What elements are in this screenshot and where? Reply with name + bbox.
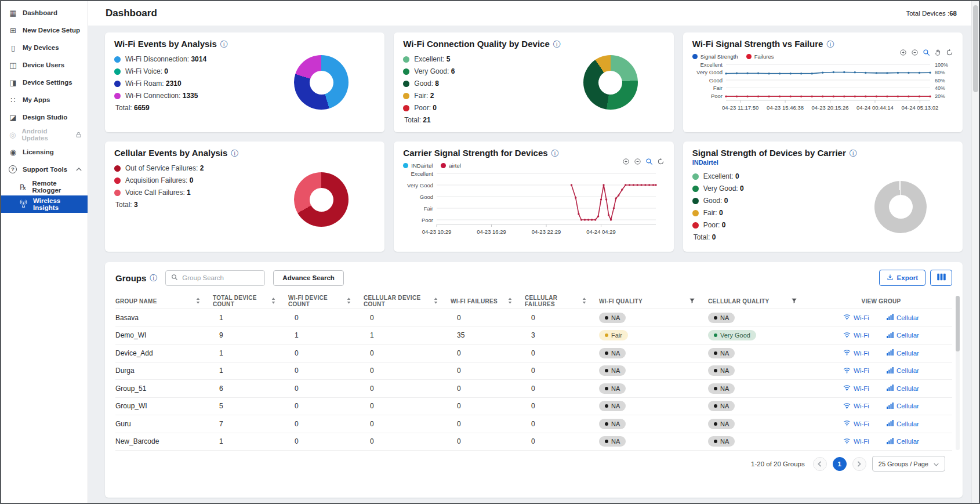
table-scrollbar-thumb[interactable] [956,296,960,351]
view-cellular-link[interactable]: Cellular [887,420,919,427]
view-cellular-link[interactable]: Cellular [887,385,919,392]
legend-item[interactable]: Out of Service Failures: 2 [114,164,204,172]
info-icon[interactable]: ⓘ [850,150,857,157]
legend-item[interactable]: Very Good: 0 [692,184,744,193]
window-scrollbar-thumb[interactable] [973,5,978,92]
series-legend-item[interactable]: airtel [441,162,461,169]
sort-icon[interactable] [347,298,351,305]
legend-item[interactable]: Good: 0 [692,197,744,205]
table-scrollbar[interactable] [956,296,960,450]
legend-item[interactable]: Poor: 0 [692,221,744,229]
column-header-cellular-device-count[interactable]: CELLULAR DEVICE COUNT [364,295,451,307]
view-cellular-link[interactable]: Cellular [887,314,919,321]
zoom-select-button[interactable] [645,158,653,165]
next-page-button[interactable] [852,457,866,471]
legend-dot [114,190,121,196]
view-cellular-link[interactable]: Cellular [887,403,919,410]
column-header-wi-fi-device-count[interactable]: WI-FI DEVICE COUNT [288,295,364,307]
legend-item[interactable]: Wi-Fi Connection: 1335 [114,92,206,100]
legend-item[interactable]: Excellent: 0 [692,172,744,180]
view-wifi-link[interactable]: Wi-Fi [843,314,869,321]
filter-icon[interactable] [791,298,797,305]
sidebar-item-licensing[interactable]: ◉Licensing [1,143,88,161]
export-button[interactable]: Export [879,270,925,286]
column-header-cellular-quality[interactable]: CELLULAR QUALITY [708,298,810,305]
column-header-cellular-failures[interactable]: CELLULAR FAILURES [525,295,599,307]
zoom-out-button[interactable] [634,158,641,165]
sidebar-item-device-users[interactable]: ◫Device Users [1,56,88,74]
legend-item[interactable]: Voice Call Failures: 1 [114,188,204,197]
zoom-select-button[interactable] [923,49,930,56]
wifi-quality: NA [599,383,708,394]
legend-item[interactable]: Poor: 0 [403,104,455,112]
column-settings-button[interactable] [930,270,952,286]
column-header-wi-fi-quality[interactable]: WI-FI QUALITY [599,298,708,305]
carrier-name[interactable]: INDairtel [692,159,953,166]
zoom-in-button[interactable] [899,49,907,56]
sort-icon[interactable] [196,298,200,305]
legend-item[interactable]: Fair: 0 [692,209,744,217]
series-legend-item[interactable]: Signal Strength [692,53,738,60]
sort-icon[interactable] [271,298,275,305]
legend-item[interactable]: Excellent: 5 [403,55,455,63]
sidebar-item-dashboard[interactable]: ▦Dashboard [1,4,88,21]
advance-search-button[interactable]: Advance Search [273,270,344,286]
info-icon[interactable]: ⓘ [150,274,157,282]
zoom-out-button[interactable] [911,49,919,56]
info-icon[interactable]: ⓘ [551,150,559,157]
page-size-select[interactable]: 25 Groups / Page [872,456,945,472]
legend-item[interactable]: Good: 8 [403,79,455,88]
reset-button[interactable] [657,158,665,165]
legend-item[interactable]: Wi-Fi Roam: 2310 [114,79,206,88]
info-icon[interactable]: ⓘ [220,41,228,48]
cellular-failures: 3 [525,331,599,339]
column-header-group-name[interactable]: GROUP NAME [115,298,213,305]
cellular-icon [887,403,894,410]
sort-icon[interactable] [434,298,438,305]
view-wifi-link[interactable]: Wi-Fi [843,420,869,427]
quality-badge: NA [599,383,626,394]
info-icon[interactable]: ⓘ [231,150,238,157]
view-wifi-link[interactable]: Wi-Fi [843,367,869,375]
sidebar-item-wireless-insights[interactable]: Wireless Insights [1,195,88,213]
sidebar-item-design-studio[interactable]: ◪Design Studio [1,108,88,126]
sidebar-item-my-devices[interactable]: ▯My Devices [1,39,88,56]
column-header-total-device-count[interactable]: TOTAL DEVICE COUNT [213,295,288,307]
view-wifi-link[interactable]: Wi-Fi [843,438,869,445]
legend-item[interactable]: Very Good: 6 [403,67,455,75]
view-wifi-link[interactable]: Wi-Fi [843,385,869,392]
sort-icon[interactable] [508,298,512,305]
view-cellular-link[interactable]: Cellular [887,438,919,445]
sidebar-item-my-apps[interactable]: ∷My Apps [1,91,88,108]
sidebar-item-device-settings[interactable]: ◨Device Settings [1,74,88,91]
sidebar-item-remote-rxlogger[interactable]: ℞Remote Rxlogger [1,178,88,195]
series-legend-item[interactable]: Failures [746,53,774,60]
sidebar-item-support-tools[interactable]: ?Support Tools [1,161,88,178]
view-wifi-link[interactable]: Wi-Fi [843,403,869,410]
cellular-device-count: 0 [364,385,451,393]
legend-item[interactable]: Wi-Fi Disconnection: 3014 [114,55,206,63]
group-search-input[interactable] [182,274,259,281]
prev-page-button[interactable] [813,457,827,471]
series-legend-item[interactable]: INDairtel [403,162,433,169]
filter-icon[interactable] [689,298,695,305]
view-wifi-link[interactable]: Wi-Fi [843,332,869,339]
sort-icon[interactable] [582,298,586,305]
group-search-box [165,270,265,286]
window-scrollbar[interactable] [971,1,979,503]
current-page-button[interactable]: 1 [833,457,847,471]
zoom-in-button[interactable] [622,158,630,165]
view-cellular-link[interactable]: Cellular [887,349,919,357]
info-icon[interactable]: ⓘ [826,41,834,48]
view-cellular-link[interactable]: Cellular [887,332,919,339]
column-header-wi-fi-failures[interactable]: WI-FI FAILURES [451,298,525,305]
view-cellular-link[interactable]: Cellular [887,367,919,375]
pan-button[interactable] [934,49,942,56]
view-wifi-link[interactable]: Wi-Fi [843,349,869,357]
info-icon[interactable]: ⓘ [553,41,561,48]
legend-item[interactable]: Wi-Fi Voice: 0 [114,67,206,75]
legend-item[interactable]: Acquisition Failures: 0 [114,176,204,184]
sidebar-item-new-device-setup[interactable]: ⊞New Device Setup [1,21,88,39]
reset-button[interactable] [946,49,953,56]
legend-item[interactable]: Fair: 2 [403,92,455,100]
